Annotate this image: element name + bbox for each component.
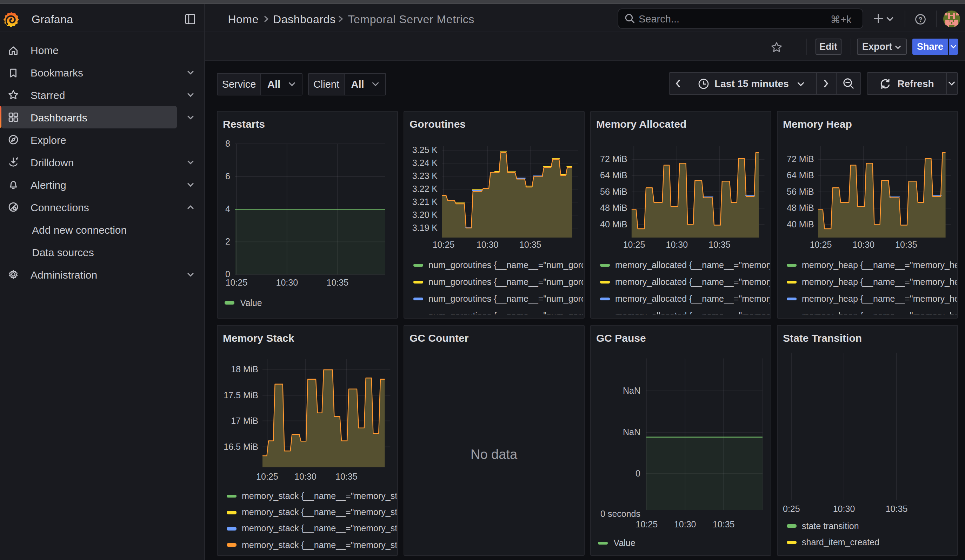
svg-text:48 MiB: 48 MiB bbox=[600, 203, 627, 213]
svg-text:48 MiB: 48 MiB bbox=[787, 203, 814, 213]
svg-text:?: ? bbox=[918, 15, 922, 23]
svg-text:10:35: 10:35 bbox=[712, 519, 734, 529]
svg-text:17 MiB: 17 MiB bbox=[231, 416, 258, 426]
svg-text:10:30: 10:30 bbox=[666, 240, 688, 250]
svg-text:10:35: 10:35 bbox=[885, 504, 908, 514]
svg-text:64 MiB: 64 MiB bbox=[600, 170, 627, 180]
svg-text:10:30: 10:30 bbox=[476, 240, 498, 250]
svg-text:6: 6 bbox=[225, 171, 230, 181]
svg-text:3.20 K: 3.20 K bbox=[412, 210, 438, 220]
svg-text:64 MiB: 64 MiB bbox=[787, 170, 814, 180]
svg-text:16.5 MiB: 16.5 MiB bbox=[223, 442, 258, 452]
svg-text:10:30: 10:30 bbox=[833, 504, 855, 514]
svg-text:3.23 K: 3.23 K bbox=[412, 171, 438, 181]
svg-text:72 MiB: 72 MiB bbox=[600, 154, 627, 164]
svg-text:NaN: NaN bbox=[623, 427, 640, 437]
svg-text:10:25: 10:25 bbox=[810, 240, 832, 250]
svg-text:10:35: 10:35 bbox=[335, 472, 357, 482]
svg-text:3.19 K: 3.19 K bbox=[412, 223, 438, 233]
svg-text:10:25: 10:25 bbox=[432, 240, 455, 250]
svg-text:3.25 K: 3.25 K bbox=[412, 145, 438, 155]
svg-text:10:25: 10:25 bbox=[623, 240, 645, 250]
svg-text:10:25: 10:25 bbox=[636, 519, 658, 529]
svg-text:10:30: 10:30 bbox=[276, 278, 298, 287]
svg-text:10:25: 10:25 bbox=[256, 472, 278, 482]
svg-text:NaN: NaN bbox=[623, 385, 640, 395]
svg-text:10:30: 10:30 bbox=[674, 519, 696, 529]
svg-text:8: 8 bbox=[225, 139, 230, 149]
svg-text:10:30: 10:30 bbox=[852, 240, 875, 250]
svg-text:10:35: 10:35 bbox=[895, 240, 917, 250]
svg-text:0:25: 0:25 bbox=[782, 504, 800, 514]
svg-text:17.5 MiB: 17.5 MiB bbox=[223, 390, 258, 400]
svg-text:10:35: 10:35 bbox=[708, 240, 730, 250]
svg-text:10:30: 10:30 bbox=[294, 472, 316, 482]
svg-text:0 seconds: 0 seconds bbox=[600, 509, 640, 519]
svg-text:56 MiB: 56 MiB bbox=[787, 187, 814, 196]
svg-text:40 MiB: 40 MiB bbox=[787, 219, 814, 229]
svg-text:10:25: 10:25 bbox=[225, 278, 247, 287]
svg-text:3.21 K: 3.21 K bbox=[412, 197, 438, 207]
svg-text:10:35: 10:35 bbox=[326, 278, 348, 287]
svg-text:3.24 K: 3.24 K bbox=[412, 158, 438, 168]
svg-text:40 MiB: 40 MiB bbox=[600, 219, 627, 229]
svg-text:72 MiB: 72 MiB bbox=[787, 154, 814, 164]
svg-text:56 MiB: 56 MiB bbox=[600, 187, 627, 196]
svg-text:0: 0 bbox=[635, 469, 640, 478]
svg-text:4: 4 bbox=[225, 204, 230, 214]
svg-text:2: 2 bbox=[225, 237, 230, 247]
svg-text:18 MiB: 18 MiB bbox=[231, 364, 258, 374]
svg-text:3.22 K: 3.22 K bbox=[412, 184, 438, 194]
svg-text:10:35: 10:35 bbox=[519, 240, 541, 250]
